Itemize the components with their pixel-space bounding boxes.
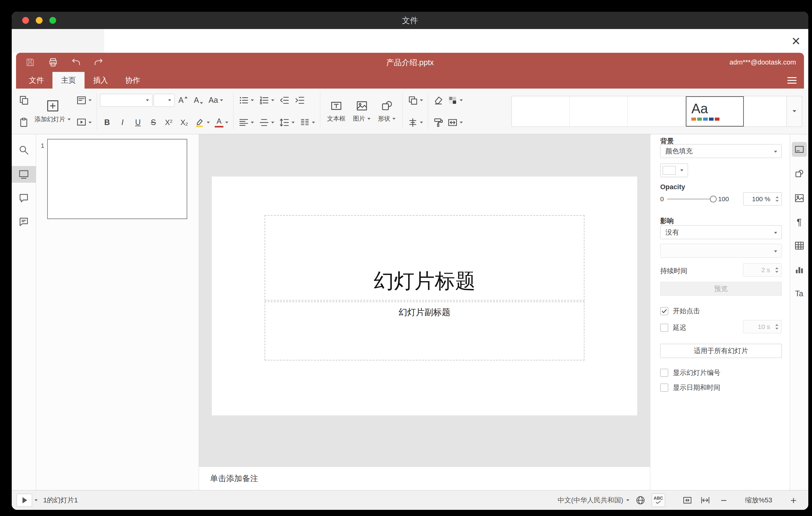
- bullet-list-button[interactable]: [237, 92, 256, 109]
- strikethrough-button[interactable]: S: [146, 114, 161, 131]
- menu-icon[interactable]: [787, 75, 796, 85]
- spinner-arrows-icon[interactable]: [775, 324, 778, 329]
- change-case-button[interactable]: Aa: [207, 92, 225, 109]
- theme-thumbnail-selected[interactable]: Aa: [686, 96, 744, 126]
- zoom-out-button[interactable]: −: [717, 495, 730, 506]
- arrange-shapes-button[interactable]: [406, 92, 425, 109]
- slide-thumbnail[interactable]: [47, 139, 187, 219]
- increase-font-button[interactable]: A: [176, 92, 190, 109]
- notes-area[interactable]: 单击添加备注: [199, 466, 650, 490]
- insert-image-button[interactable]: 图片: [349, 90, 374, 133]
- document-language-button[interactable]: [634, 493, 647, 507]
- fill-color-picker[interactable]: [660, 164, 688, 177]
- highlight-color-button[interactable]: [193, 114, 212, 131]
- redo-button[interactable]: [92, 56, 105, 68]
- language-button[interactable]: 中文(中华人民共和国): [557, 496, 629, 505]
- copy-button[interactable]: [17, 92, 31, 109]
- slides-panel-button[interactable]: [17, 168, 31, 181]
- table-settings-tab[interactable]: [792, 238, 807, 253]
- theme-thumbnail[interactable]: [512, 96, 570, 126]
- slide-title-placeholder[interactable]: 幻灯片标题: [265, 215, 585, 300]
- decrease-font-button[interactable]: A: [191, 92, 205, 109]
- show-date-time-checkbox[interactable]: [660, 383, 668, 392]
- subscript-button[interactable]: X2: [177, 114, 191, 131]
- image-settings-tab[interactable]: [792, 191, 807, 205]
- close-icon[interactable]: ×: [792, 34, 800, 49]
- underline-button[interactable]: U: [131, 114, 145, 131]
- horizontal-align-button[interactable]: [237, 114, 256, 131]
- insert-shape-button[interactable]: 形状: [374, 90, 399, 133]
- add-slide-button[interactable]: 添加幻灯片: [31, 90, 74, 133]
- effect-select[interactable]: 没有: [660, 225, 782, 239]
- chart-settings-tab[interactable]: [792, 262, 807, 277]
- chevron-down-icon[interactable]: [34, 499, 38, 501]
- italic-button[interactable]: I: [115, 114, 129, 131]
- copy-style-button[interactable]: [431, 114, 445, 131]
- opacity-spinner[interactable]: 100 %: [743, 192, 782, 205]
- zoom-in-button[interactable]: +: [787, 495, 800, 506]
- columns-button[interactable]: [298, 114, 317, 131]
- line-spacing-button[interactable]: [277, 114, 296, 131]
- theme-sample-text: Aa: [691, 102, 743, 115]
- slide-layout-button[interactable]: [74, 92, 93, 109]
- superscript-button[interactable]: X2: [162, 114, 176, 131]
- preview-button[interactable]: 预览: [660, 282, 782, 296]
- fit-to-slide-button[interactable]: [680, 493, 694, 507]
- chat-button[interactable]: [17, 215, 31, 229]
- maximize-traffic-light[interactable]: [49, 17, 56, 24]
- minimize-traffic-light[interactable]: [36, 17, 42, 24]
- slide-fill-button[interactable]: [445, 92, 465, 109]
- spinner-arrows-icon[interactable]: [775, 267, 778, 273]
- fit-slide-icon: [683, 495, 692, 505]
- tab-home[interactable]: 主页: [53, 72, 85, 89]
- print-button[interactable]: [47, 56, 59, 68]
- effect-option-select[interactable]: [660, 244, 782, 258]
- comments-button[interactable]: [17, 191, 31, 205]
- start-on-click-checkbox[interactable]: [660, 307, 668, 315]
- increase-indent-button[interactable]: [293, 92, 307, 109]
- font-color-button[interactable]: A: [213, 114, 230, 131]
- decrease-indent-button[interactable]: [277, 92, 292, 109]
- align-shapes-button[interactable]: [406, 114, 425, 131]
- slide-size-button[interactable]: [445, 114, 465, 131]
- theme-thumbnail[interactable]: [570, 96, 628, 126]
- tab-file[interactable]: 文件: [20, 72, 53, 89]
- tab-collaboration[interactable]: 协作: [117, 72, 149, 89]
- textart-settings-tab[interactable]: Ta: [792, 286, 807, 301]
- fit-to-width-button[interactable]: [698, 493, 712, 507]
- duration-spinner[interactable]: 2 s: [743, 263, 781, 277]
- theme-thumbnail[interactable]: [744, 96, 787, 126]
- start-slideshow-statusbar-button[interactable]: [17, 494, 32, 507]
- clear-style-button[interactable]: [431, 92, 445, 109]
- slide-subtitle-placeholder[interactable]: 幻灯片副标题: [265, 302, 585, 361]
- opacity-slider[interactable]: [667, 198, 713, 200]
- shape-settings-tab[interactable]: [792, 166, 807, 181]
- paragraph-settings-tab[interactable]: ¶: [792, 214, 807, 229]
- font-name-combo[interactable]: [100, 94, 152, 107]
- slide-settings-tab[interactable]: [792, 142, 807, 157]
- fill-type-select[interactable]: 颜色填充: [660, 144, 782, 158]
- spellcheck-button[interactable]: ABC: [651, 493, 665, 507]
- paste-button[interactable]: [17, 114, 31, 131]
- tab-insert[interactable]: 插入: [85, 72, 117, 89]
- undo-button[interactable]: [70, 56, 82, 68]
- save-button[interactable]: [24, 56, 36, 68]
- delay-checkbox[interactable]: [660, 324, 668, 332]
- insert-textbox-button[interactable]: 文本框: [323, 90, 349, 133]
- search-button[interactable]: [17, 143, 31, 157]
- show-slide-number-checkbox[interactable]: [660, 369, 668, 377]
- delay-spinner[interactable]: 10 s: [743, 320, 781, 333]
- slide[interactable]: 幻灯片标题 幻灯片副标题: [212, 176, 637, 415]
- start-slideshow-button[interactable]: [74, 114, 93, 131]
- opacity-slider-handle[interactable]: [710, 196, 717, 202]
- apply-to-all-slides-button[interactable]: 适用于所有幻灯片: [660, 344, 782, 358]
- numbered-list-button[interactable]: [257, 92, 276, 109]
- slide-canvas[interactable]: 幻灯片标题 幻灯片副标题: [199, 134, 650, 466]
- bold-button[interactable]: B: [100, 114, 114, 131]
- spinner-arrows-icon[interactable]: [776, 196, 779, 202]
- close-traffic-light[interactable]: [22, 17, 29, 24]
- theme-gallery-expand-button[interactable]: [787, 96, 802, 127]
- vertical-align-button[interactable]: [257, 114, 276, 131]
- font-size-combo[interactable]: [154, 94, 175, 107]
- theme-thumbnail[interactable]: [628, 96, 686, 126]
